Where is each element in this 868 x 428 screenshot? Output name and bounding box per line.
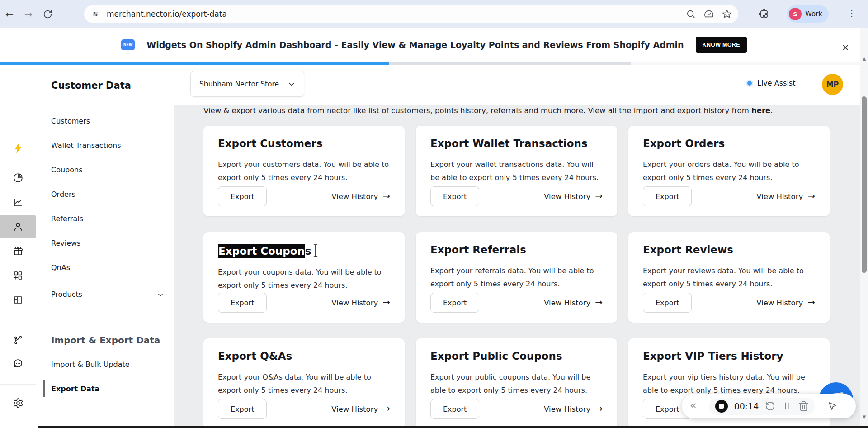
view-history-link[interactable]: View History→ <box>544 298 603 307</box>
scroll-down-arrow[interactable]: ▼ <box>860 414 868 419</box>
card-export-customers: Export Customers Export your customers d… <box>203 126 405 216</box>
view-history-label: View History <box>756 299 803 307</box>
delete-recording-icon[interactable] <box>798 401 809 411</box>
back-button[interactable]: ← <box>0 9 19 20</box>
nav-settings-gear-icon[interactable] <box>0 391 36 415</box>
view-history-label: View History <box>544 405 590 414</box>
rail-divider <box>0 384 36 385</box>
card-description: Export your referrals data. You will be … <box>430 264 603 293</box>
sidebar-item-coupons[interactable]: Coupons <box>51 166 83 174</box>
url-text[interactable]: merchant.nector.io/export-data <box>107 10 678 19</box>
rail-divider <box>0 321 36 321</box>
bookmark-star-icon[interactable] <box>722 9 732 19</box>
sidebar-item-wallet-transactions[interactable]: Wallet Transactions <box>51 141 121 150</box>
export-button[interactable]: Export <box>430 399 479 419</box>
recording-timer: 00:14 <box>734 401 759 411</box>
site-settings-icon[interactable] <box>90 9 100 19</box>
restart-recording-icon[interactable] <box>765 401 775 411</box>
nav-widgets-icon[interactable] <box>0 264 36 287</box>
sidebar-item-import-bulk-update[interactable]: Import & Bulk Update <box>51 360 130 369</box>
icon-rail <box>0 65 36 428</box>
view-history-link[interactable]: View History→ <box>331 192 390 201</box>
browser-profile[interactable]: S Work <box>787 5 829 23</box>
screen: ← → merchant.nector.io/export-data S Wor… <box>0 0 868 428</box>
text-cursor-icon <box>312 244 319 257</box>
forward-button[interactable]: → <box>19 9 38 20</box>
export-button[interactable]: Export <box>430 293 479 313</box>
know-more-button[interactable]: KNOW MORE <box>696 37 747 53</box>
export-button[interactable]: Export <box>218 293 267 313</box>
export-button[interactable]: Export <box>218 399 267 419</box>
scrollbar-thumb[interactable] <box>862 96 867 273</box>
export-data-page: View & export various data from nector l… <box>174 105 860 428</box>
view-history-label: View History <box>331 405 378 414</box>
unselected-text: s <box>305 245 311 257</box>
sidebar-item-orders[interactable]: Orders <box>51 190 75 199</box>
sidebar-item-qnas[interactable]: QnAs <box>51 263 70 272</box>
store-selector-dropdown[interactable]: Shubham Nector Store <box>190 71 304 97</box>
arrow-right-icon: → <box>382 404 390 413</box>
stop-recording-button[interactable] <box>715 400 728 413</box>
user-avatar[interactable]: MP <box>822 74 843 95</box>
scroll-up-arrow[interactable]: ▲ <box>860 56 868 61</box>
view-history-link[interactable]: View History→ <box>544 404 603 414</box>
card-export-referrals: Export Referrals Export your referrals d… <box>416 232 617 323</box>
extensions-icon[interactable] <box>759 9 769 19</box>
export-button[interactable]: Export <box>643 186 692 206</box>
sidebar-item-referrals[interactable]: Referrals <box>51 214 83 223</box>
history-here-link[interactable]: here <box>751 106 770 115</box>
recorder-controls: 00:14 <box>709 398 816 415</box>
toolbar-divider <box>780 7 780 21</box>
live-assist-link[interactable]: Live Assist <box>747 79 795 87</box>
card-title: Export Wallet Transactions <box>430 138 603 150</box>
view-history-link[interactable]: View History→ <box>544 192 603 201</box>
nav-rewards-gift-icon[interactable] <box>0 239 36 263</box>
browser-menu-button[interactable]: ⋮ <box>847 8 856 19</box>
arrow-right-icon: → <box>382 191 390 200</box>
nav-pie-chart-icon[interactable] <box>0 166 36 190</box>
sidebar-item-products[interactable]: Products <box>51 290 82 299</box>
export-button[interactable]: Export <box>218 186 267 206</box>
nav-support-chat-icon[interactable] <box>0 352 36 375</box>
sidebar-item-reviews[interactable]: Reviews <box>51 239 80 247</box>
pause-recording-icon[interactable] <box>782 401 792 411</box>
address-bar[interactable]: merchant.nector.io/export-data <box>84 5 738 23</box>
card-description: Export your customers data. You will be … <box>218 158 390 186</box>
export-button[interactable]: Export <box>430 186 479 206</box>
nav-integrations-icon[interactable] <box>0 328 36 352</box>
collapse-toolbar-button[interactable]: « <box>690 400 697 411</box>
view-history-link[interactable]: View History→ <box>331 298 390 307</box>
progress-bar <box>0 62 389 65</box>
nav-layout-icon[interactable] <box>0 288 36 312</box>
profile-name: Work <box>805 10 822 18</box>
arrow-right-icon: → <box>807 191 815 200</box>
card-description: Export your coupons data. You will be ab… <box>218 266 390 293</box>
cursor-mode-icon[interactable] <box>827 401 837 411</box>
sidebar-section-title: Customer Data <box>51 80 131 91</box>
nav-customers-icon[interactable] <box>0 215 36 238</box>
view-history-link[interactable]: View History→ <box>331 404 390 414</box>
card-export-orders: Export Orders Export your orders data. Y… <box>628 126 830 216</box>
sidebar-item-customers[interactable]: Customers <box>51 117 90 125</box>
sidebar: Customer Data Customers Wallet Transacti… <box>36 65 174 428</box>
performance-icon[interactable] <box>704 9 714 19</box>
zoom-icon[interactable] <box>686 9 696 19</box>
profile-avatar: S <box>789 8 802 20</box>
card-title: Export Public Coupons <box>430 350 603 363</box>
reload-button[interactable] <box>38 10 57 19</box>
banner-title: Widgets On Shopify Admin Dashboard - Eas… <box>146 40 684 50</box>
sidebar-item-export-data[interactable]: Export Data <box>51 385 99 393</box>
description-text: View & export various data from nector l… <box>203 106 751 115</box>
chevron-down-icon[interactable] <box>156 291 165 299</box>
card-title: Export Coupons <box>218 244 390 258</box>
view-history-link[interactable]: View History→ <box>756 298 815 307</box>
card-export-reviews: Export Reviews Export your reviews data.… <box>628 232 830 323</box>
nav-analytics-icon[interactable] <box>0 190 36 214</box>
card-export-wallet-transactions: Export Wallet Transactions Export your w… <box>416 126 617 216</box>
card-title: Export VIP Tiers History <box>643 350 815 363</box>
card-title: Export Customers <box>218 138 390 150</box>
export-button[interactable]: Export <box>643 293 692 313</box>
arrow-right-icon: → <box>595 298 603 307</box>
view-history-link[interactable]: View History→ <box>756 192 815 201</box>
banner-close-icon[interactable]: ✕ <box>842 43 849 52</box>
